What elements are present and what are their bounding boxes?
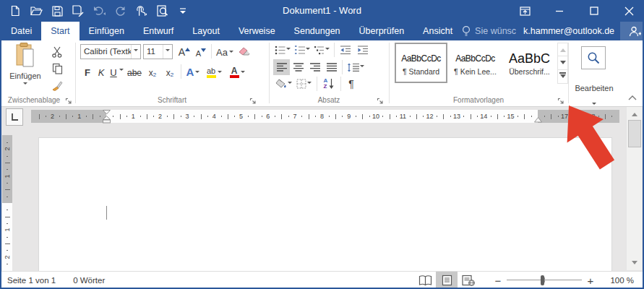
underline-button[interactable]: U bbox=[108, 64, 119, 79]
font-dialog-launcher[interactable] bbox=[249, 95, 257, 103]
save-button[interactable] bbox=[51, 4, 64, 17]
ruler-tick bbox=[207, 116, 208, 117]
styles-gallery: AaBbCcDc ¶ Standard AaBbCcDc ¶ Kein Lee.… bbox=[395, 43, 556, 83]
style-card-heading1[interactable]: AaBbC Überschrif... bbox=[503, 43, 556, 83]
gallery-scroll-up-button[interactable] bbox=[557, 43, 568, 56]
print-preview-button[interactable] bbox=[155, 4, 168, 17]
styles-dialog-launcher[interactable] bbox=[557, 95, 565, 103]
subscript-button[interactable]: x2 bbox=[144, 64, 161, 79]
highlight-letters: ab bbox=[207, 67, 215, 74]
tab-entwurf[interactable]: Entwurf bbox=[134, 22, 183, 40]
tab-berprfen[interactable]: Überprüfen bbox=[350, 22, 414, 40]
ruler-tick bbox=[362, 114, 363, 119]
scrollbar-thumb[interactable] bbox=[628, 120, 641, 147]
scroll-up-button[interactable] bbox=[627, 107, 643, 120]
copy-button[interactable] bbox=[46, 61, 68, 76]
gallery-more-button[interactable] bbox=[557, 70, 568, 84]
tell-me[interactable]: Sie wünsc bbox=[462, 22, 516, 40]
vertical-ruler[interactable]: 2112 bbox=[2, 135, 12, 271]
clipboard-dialog-launcher[interactable] bbox=[65, 95, 73, 103]
align-center-button[interactable] bbox=[290, 59, 306, 75]
customize-qat-button[interactable] bbox=[176, 4, 189, 17]
show-paragraph-marks-button[interactable]: ¶ bbox=[343, 77, 359, 91]
tab-sendungen[interactable]: Sendungen bbox=[285, 22, 350, 40]
tab-layout[interactable]: Layout bbox=[183, 22, 229, 40]
text-effects-button[interactable]: A bbox=[184, 64, 202, 79]
bold-button[interactable]: F bbox=[80, 64, 95, 79]
open-button[interactable] bbox=[30, 4, 43, 17]
right-indent-marker[interactable] bbox=[534, 117, 542, 123]
share-button[interactable]: Freigeben bbox=[620, 22, 644, 40]
borders-button[interactable] bbox=[293, 77, 314, 91]
strikethrough-button[interactable]: abe bbox=[125, 64, 144, 79]
word-count[interactable]: 0 Wörter bbox=[73, 276, 105, 285]
touch-mode-button[interactable] bbox=[134, 4, 147, 17]
document-page[interactable] bbox=[38, 137, 612, 271]
horizontal-ruler[interactable]: 211234567891011121314151718 bbox=[31, 110, 619, 123]
paste-button[interactable]: Einfügen bbox=[4, 42, 46, 92]
close-button[interactable] bbox=[618, 0, 640, 22]
bullets-button[interactable] bbox=[273, 43, 292, 57]
decrease-indent-button[interactable] bbox=[337, 43, 354, 57]
bullets-icon bbox=[275, 46, 285, 55]
increase-indent-button[interactable] bbox=[354, 43, 372, 57]
zoom-in-button[interactable]: + bbox=[585, 275, 596, 287]
read-mode-button[interactable] bbox=[414, 272, 436, 289]
redo-button[interactable] bbox=[113, 4, 126, 17]
save-as-button[interactable] bbox=[72, 4, 85, 17]
collapse-ribbon-button[interactable] bbox=[628, 90, 637, 103]
shrink-font-button[interactable]: A bbox=[193, 43, 209, 59]
italic-button[interactable]: K bbox=[95, 64, 108, 79]
save-icon bbox=[52, 6, 63, 17]
clear-formatting-button[interactable] bbox=[236, 43, 253, 59]
zoom-slider[interactable] bbox=[507, 275, 582, 285]
tab-datei[interactable]: Datei bbox=[1, 22, 41, 40]
justify-button[interactable] bbox=[323, 59, 340, 75]
font-color-button[interactable]: A bbox=[226, 64, 249, 79]
new-document-button[interactable] bbox=[9, 4, 22, 17]
align-right-button[interactable] bbox=[306, 59, 323, 75]
tab-start[interactable]: Start bbox=[41, 22, 79, 40]
ruler-number: 11 bbox=[398, 110, 407, 123]
zoom-level[interactable]: 100 % bbox=[605, 276, 634, 285]
page-indicator[interactable]: Seite 1 von 1 bbox=[7, 276, 56, 285]
numbering-button[interactable] bbox=[292, 43, 312, 57]
multilevel-list-button[interactable] bbox=[312, 43, 332, 57]
undo-button[interactable] bbox=[93, 4, 106, 17]
underline-dropdown[interactable] bbox=[119, 69, 124, 73]
web-layout-button[interactable] bbox=[458, 272, 479, 289]
style-card-no-spacing[interactable]: AaBbCcDc ¶ Kein Lee... bbox=[449, 43, 502, 83]
zoom-slider-handle[interactable] bbox=[541, 275, 544, 285]
minimize-button[interactable] bbox=[549, 0, 570, 22]
shading-button[interactable] bbox=[273, 77, 293, 91]
editing-search-button[interactable] bbox=[581, 46, 606, 69]
tab-stop-selector[interactable] bbox=[6, 108, 23, 126]
font-size-select[interactable]: 11 bbox=[143, 44, 173, 59]
first-line-indent-marker[interactable] bbox=[103, 110, 111, 124]
grow-font-button[interactable]: A bbox=[176, 43, 193, 59]
tab-verweise[interactable]: Verweise bbox=[229, 22, 285, 40]
superscript-button[interactable]: x2 bbox=[161, 64, 179, 79]
paragraph-dialog-launcher[interactable] bbox=[377, 95, 385, 103]
cut-button[interactable] bbox=[46, 44, 68, 59]
change-case-button[interactable]: Aa bbox=[214, 43, 236, 59]
format-painter-button[interactable] bbox=[46, 77, 68, 92]
align-left-button[interactable] bbox=[273, 59, 290, 75]
print-layout-button[interactable] bbox=[436, 272, 458, 289]
sort-button[interactable]: A Z bbox=[319, 77, 338, 91]
gallery-scroll-down-button[interactable] bbox=[557, 56, 568, 70]
tab-einfgen[interactable]: Einfügen bbox=[80, 22, 134, 40]
window-controls bbox=[514, 0, 640, 22]
scroll-down-button[interactable] bbox=[627, 257, 643, 270]
zoom-out-button[interactable]: − bbox=[492, 275, 504, 287]
style-card-standard[interactable]: AaBbCcDc ¶ Standard bbox=[395, 43, 447, 83]
account-name[interactable]: k.hammer@outlook.de bbox=[523, 22, 614, 40]
editing-group-button-label[interactable]: Bearbeiten bbox=[569, 84, 619, 92]
highlight-button[interactable]: ab bbox=[202, 64, 226, 79]
ribbon-display-options-button[interactable] bbox=[514, 0, 536, 22]
tab-ansicht[interactable]: Ansicht bbox=[413, 22, 462, 40]
line-spacing-button[interactable] bbox=[345, 59, 366, 75]
maximize-button[interactable] bbox=[583, 0, 605, 22]
vertical-scrollbar[interactable] bbox=[626, 107, 642, 270]
font-name-select[interactable]: Calibri (Textk bbox=[80, 44, 141, 59]
